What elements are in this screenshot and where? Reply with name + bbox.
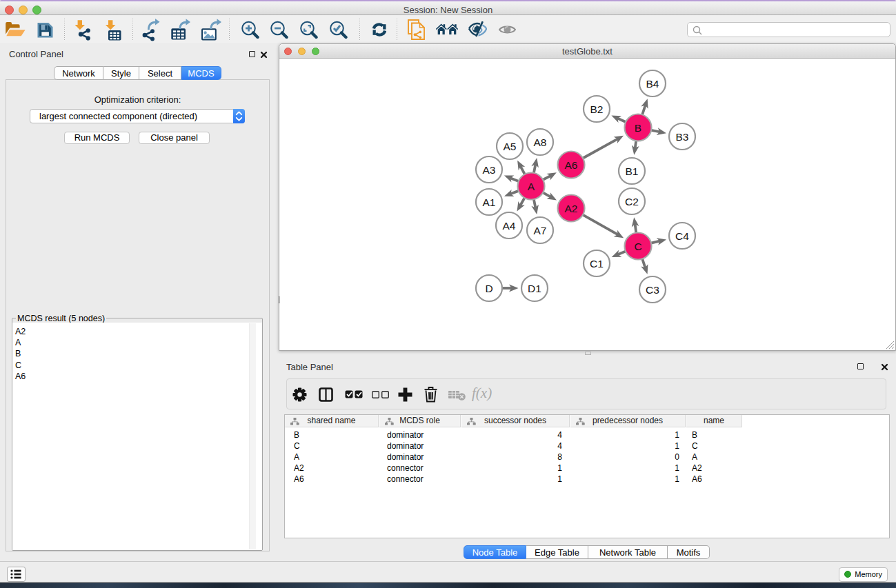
svg-text:A8: A8 xyxy=(534,136,547,148)
svg-text:A5: A5 xyxy=(504,141,517,152)
svg-text:A4: A4 xyxy=(503,220,516,232)
svg-text:B1: B1 xyxy=(626,165,639,177)
svg-text:B4: B4 xyxy=(646,78,659,90)
svg-text:D1: D1 xyxy=(528,283,541,294)
svg-text:A1: A1 xyxy=(483,196,496,208)
svg-text:C: C xyxy=(634,241,641,252)
svg-text:C1: C1 xyxy=(590,258,604,270)
svg-text:A3: A3 xyxy=(483,164,496,176)
svg-text:A6: A6 xyxy=(565,159,578,171)
svg-text:B: B xyxy=(635,122,641,134)
svg-text:B2: B2 xyxy=(590,103,604,115)
svg-text:A: A xyxy=(528,181,535,192)
svg-text:C4: C4 xyxy=(675,230,689,242)
svg-text:C3: C3 xyxy=(646,284,659,296)
svg-text:A7: A7 xyxy=(534,225,547,236)
svg-text:C2: C2 xyxy=(625,196,639,207)
svg-text:D: D xyxy=(485,283,492,294)
svg-text:A2: A2 xyxy=(565,203,578,214)
svg-text:B3: B3 xyxy=(676,131,689,143)
